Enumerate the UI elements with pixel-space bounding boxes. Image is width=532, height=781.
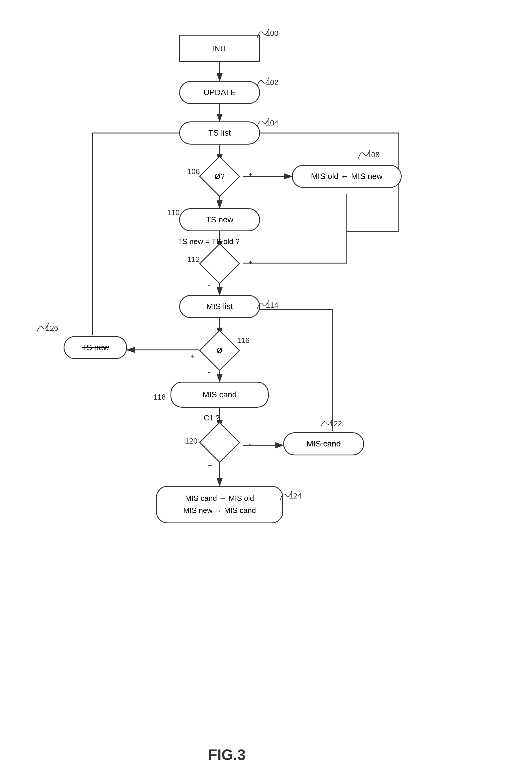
final-box-node: MIS cand → MIS old MIS new → MIS cand (156, 486, 283, 523)
arrows-svg (0, 0, 532, 752)
mis-list-node: MIS list (179, 295, 260, 318)
ref-112: 112 (187, 255, 200, 264)
figure-label: FIG.3 (208, 746, 246, 764)
ref-118: 118 (153, 393, 166, 402)
mis-old-new-node: MIS old ↔ MIS new (292, 165, 402, 188)
update-node: UPDATE (179, 81, 260, 104)
mis-cand-strike-node: MIS cand (283, 432, 364, 455)
minus1-label: - (208, 194, 210, 202)
plus1-label: + (249, 171, 253, 179)
ts-new-node: TS new (179, 208, 260, 231)
diamond4-node (199, 422, 240, 463)
diamond2-node (199, 243, 240, 284)
plus3-label: + (191, 352, 195, 360)
minus2-label: - (208, 281, 210, 289)
flowchart-diagram: INIT 100 UPDATE 102 TS list 104 Ø? 106 +… (0, 0, 532, 752)
ref-116: 116 (237, 336, 250, 345)
plus2-label: + (249, 258, 253, 266)
minus4-label: - (249, 440, 251, 448)
ts-new-strike-node: TS new (63, 336, 127, 359)
plus4-label: + (208, 461, 212, 469)
ref-120: 120 (185, 437, 197, 446)
c1-label: C1 ? (204, 413, 220, 422)
init-node: INIT (179, 35, 260, 62)
ts-list-node: TS list (179, 121, 260, 145)
diamond1-node: Ø? (199, 156, 240, 197)
minus3-label: - (208, 368, 210, 376)
diamond3-node: Ø (199, 330, 240, 371)
ts-new-eq-label: TS new = TS old ? (178, 237, 239, 246)
mis-cand-node: MIS cand (171, 382, 269, 408)
ref-106: 106 (187, 167, 200, 176)
ref-110: 110 (167, 208, 179, 217)
